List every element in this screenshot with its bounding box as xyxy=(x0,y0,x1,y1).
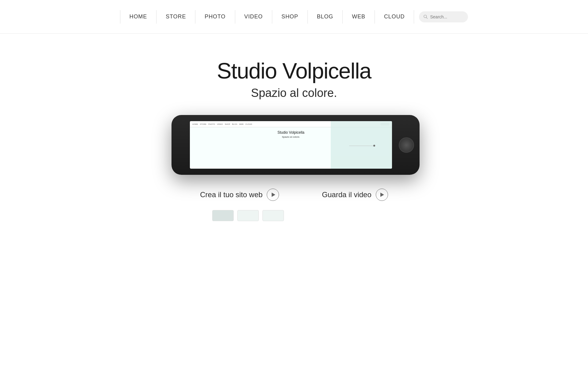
cta-row: Crea il tuo sito web Guarda il video xyxy=(200,189,388,201)
hero-subtitle: Spazio al colore. xyxy=(251,86,337,100)
nav-item-home[interactable]: HOME xyxy=(120,10,157,24)
nav-item-web[interactable]: WEB xyxy=(343,10,375,24)
cta-create-play-icon xyxy=(267,189,279,201)
cta-watch-label: Guarda il video xyxy=(322,190,371,199)
phone-screen: HOME STORE PHOTO VIDEO SHOP BLOG WEB CLO… xyxy=(190,121,392,169)
nav-item-photo[interactable]: PHOTO xyxy=(195,10,235,24)
hero-section: Studio Volpicella Spazio al colore. HOME… xyxy=(0,34,588,221)
phone-mini-nav-home: HOME xyxy=(192,123,198,125)
main-nav: HOME STORE PHOTO VIDEO SHOP BLOG WEB CLO… xyxy=(0,0,588,34)
search-box[interactable] xyxy=(419,11,468,22)
phone-mini-nav-video: VIDEO xyxy=(217,123,223,125)
nav-item-shop[interactable]: SHOP xyxy=(272,10,308,24)
play-triangle-right xyxy=(380,193,384,197)
phone-mini-nav-cloud: CLOUD xyxy=(245,123,252,125)
phone-mini-nav-photo: PHOTO xyxy=(208,123,215,125)
svg-line-1 xyxy=(426,17,428,19)
slide-thumb-2[interactable] xyxy=(237,210,259,221)
cta-watch-video[interactable]: Guarda il video xyxy=(322,189,388,201)
slide-thumb-3[interactable] xyxy=(262,210,284,221)
phone-mini-nav-store: STORE xyxy=(200,123,206,125)
nav-item-video[interactable]: VIDEO xyxy=(235,10,273,24)
phone-map-dot xyxy=(373,145,375,147)
phone-mockup: HOME STORE PHOTO VIDEO SHOP BLOG WEB CLO… xyxy=(172,115,420,175)
cta-create-label: Crea il tuo sito web xyxy=(200,190,262,199)
phone-mini-nav-web: WEB xyxy=(239,123,243,125)
phone-map-line xyxy=(349,146,374,146)
phone-mockup-container: HOME STORE PHOTO VIDEO SHOP BLOG WEB CLO… xyxy=(172,115,417,176)
search-icon xyxy=(423,14,428,19)
search-input[interactable] xyxy=(430,14,464,19)
svg-point-0 xyxy=(424,15,427,18)
play-triangle-left xyxy=(272,193,275,197)
slide-thumb-1[interactable] xyxy=(212,210,234,221)
cta-watch-play-icon xyxy=(376,189,388,201)
nav-item-blog[interactable]: BLOG xyxy=(308,10,343,24)
phone-map xyxy=(331,121,392,169)
cta-create-website[interactable]: Crea il tuo sito web xyxy=(200,189,279,201)
nav-item-store[interactable]: STORE xyxy=(156,10,195,24)
hero-title: Studio Volpicella xyxy=(217,58,371,83)
phone-mini-nav-shop: SHOP xyxy=(225,123,230,125)
slides-row xyxy=(212,210,284,221)
phone-home-button xyxy=(399,137,414,153)
nav-item-cloud[interactable]: CLOUD xyxy=(375,10,414,24)
phone-mini-nav-blog: BLOG xyxy=(232,123,237,125)
